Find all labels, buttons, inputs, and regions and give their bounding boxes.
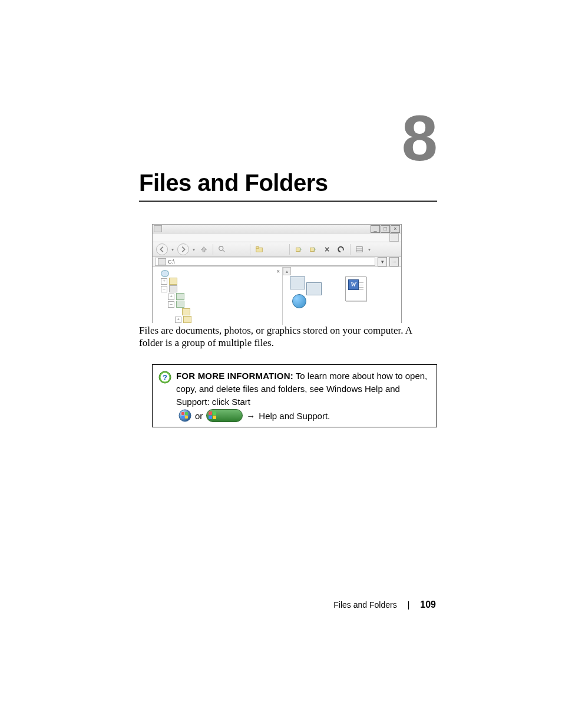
titlebar: _ □ × [153,225,401,233]
start-orb-icon [178,409,191,422]
delete-icon[interactable]: × [322,244,332,255]
toolbar: ▾ ▾ × [153,242,401,257]
footer-divider: | [408,600,410,610]
title-block: Files and Folders [139,170,437,204]
folder-tree[interactable]: × + – + – + [153,267,283,325]
explorer-body: × + – + – + ▴ [153,267,401,325]
svg-rect-17 [209,411,212,415]
chapter-number: 8 [402,100,435,175]
help-text: Help and Support. [259,411,330,421]
arrow-icon: → [246,411,255,421]
svg-rect-19 [209,416,212,419]
minimize-button[interactable]: _ [371,225,380,233]
svg-rect-13 [181,412,184,415]
computer-icon [169,285,177,292]
expand-icon[interactable]: + [161,278,167,285]
question-icon: ? [158,371,171,408]
folders-button[interactable] [254,244,265,255]
address-dropdown-icon[interactable]: ▾ [378,257,387,266]
page-footer: Files and Folders | 109 [333,599,436,610]
svg-rect-14 [185,412,188,415]
windows-flag-icon [389,233,399,242]
undo-icon[interactable] [336,244,346,255]
dropdown-icon[interactable]: ▾ [171,247,174,252]
page-number: 109 [420,599,436,610]
folder-icon [182,308,190,315]
expand-icon[interactable]: + [175,317,181,323]
maximize-button[interactable]: □ [381,225,390,233]
content-pane[interactable]: ▴ [283,267,401,325]
tree-close-icon[interactable]: × [276,268,280,275]
back-button[interactable] [156,243,168,255]
tree-node[interactable]: – [154,301,281,308]
svg-rect-18 [213,411,216,415]
collapse-icon[interactable]: – [168,301,174,308]
start-button-icon [206,409,243,422]
go-button[interactable]: → [389,257,399,266]
tree-node[interactable]: – [154,285,281,292]
tree-node[interactable]: + [154,293,281,300]
network-places-icon[interactable] [290,276,325,308]
drive-icon [176,293,184,300]
close-button[interactable]: × [391,225,400,233]
separator [250,244,250,255]
page: 8 Files and Folders _ □ × ▾ ▾ [0,0,562,728]
expand-icon[interactable]: + [168,294,174,300]
svg-rect-15 [181,416,184,419]
address-field[interactable]: C:\ [155,258,375,266]
window-icon [154,225,162,232]
svg-rect-16 [185,416,188,419]
up-button[interactable] [199,244,209,255]
info-box: ? FOR MORE INFORMATION: To learn more ab… [152,364,437,427]
svg-point-0 [219,246,223,251]
intro-paragraph: Files are documents, photos, or graphics… [139,324,437,350]
collapse-icon[interactable]: – [161,286,167,292]
dropdown-icon[interactable]: ▾ [193,247,195,252]
tree-node[interactable]: + [154,316,281,323]
address-text: C:\ [168,259,175,265]
desktop-icon [161,270,169,277]
drive-icon [158,258,166,265]
svg-text:?: ? [163,373,167,382]
scroll-up-icon[interactable]: ▴ [283,267,291,275]
menubar [153,233,401,242]
separator [350,244,351,255]
views-dropdown-icon[interactable]: ▾ [368,247,371,252]
copy-to-icon[interactable] [293,244,304,255]
svg-rect-6 [356,247,363,252]
title-rule [139,200,437,204]
word-document-icon[interactable] [345,276,366,301]
search-icon[interactable] [217,244,227,255]
info-lead: FOR MORE INFORMATION: [176,371,293,381]
tree-node[interactable] [154,308,281,315]
address-bar: C:\ ▾ → [153,257,401,267]
folder-icon [169,278,177,285]
separator [213,244,213,255]
move-to-icon[interactable] [308,244,318,255]
tree-node[interactable]: + [154,278,281,285]
or-text: or [195,411,203,421]
forward-button[interactable] [177,243,189,255]
footer-section: Files and Folders [333,600,396,610]
info-text: FOR MORE INFORMATION: To learn more abou… [176,370,431,408]
window-controls: _ □ × [371,225,400,233]
svg-rect-20 [213,416,216,419]
views-icon[interactable] [354,244,365,255]
svg-point-12 [179,410,191,421]
svg-rect-3 [256,247,259,249]
folder-icon [183,316,191,323]
info-line2: or → Help and Support. [158,409,431,422]
explorer-screenshot: _ □ × ▾ ▾ [152,224,402,323]
separator [289,244,290,255]
svg-line-1 [223,250,225,252]
tree-node[interactable] [154,270,281,277]
chapter-title: Files and Folders [139,170,437,196]
drive-icon [176,301,184,308]
